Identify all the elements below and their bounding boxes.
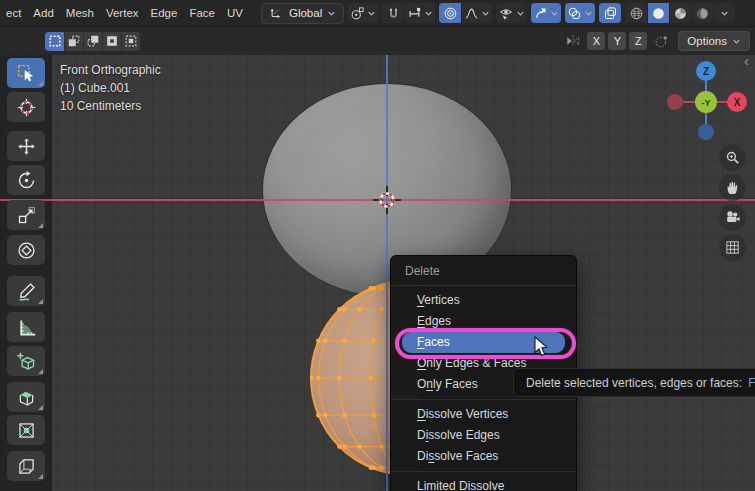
proportional-projected-icon[interactable]: [654, 34, 669, 49]
subtool-indicator: [38, 299, 43, 304]
viewport-header: ectAddMeshVertexEdgeFaceUV Global: [0, 0, 755, 27]
tool-transform[interactable]: [7, 235, 45, 265]
gizmos-group: [531, 3, 561, 23]
menu-item-vertices[interactable]: Vertices: [391, 290, 576, 311]
chevron-down-icon: [327, 4, 336, 22]
tool-settings-bar: X Y Z Options: [0, 27, 755, 55]
options-label: Options: [687, 35, 727, 47]
menu-uv[interactable]: UV: [221, 0, 249, 26]
view-name: Front Orthographic: [60, 61, 161, 79]
tool-select-box[interactable]: [7, 58, 45, 88]
header-menus: ectAddMeshVertexEdgeFaceUV: [0, 0, 249, 26]
divider: [391, 471, 576, 472]
xray-group: [599, 3, 621, 23]
select-mode-invert[interactable]: [102, 32, 121, 51]
select-mode-group: [45, 32, 140, 51]
gizmo-minus-z[interactable]: [698, 124, 714, 140]
menu-ect[interactable]: ect: [0, 0, 27, 26]
subtool-indicator: [38, 405, 43, 410]
toggle-xray-icon[interactable]: [599, 3, 621, 23]
delete-menu-title: Delete: [391, 256, 576, 285]
falloff-icon[interactable]: [461, 3, 492, 23]
subtool-indicator: [38, 81, 43, 86]
subtool-indicator: [38, 223, 43, 228]
transform-orientation-dropdown[interactable]: Global: [261, 3, 344, 24]
mirror-icon[interactable]: [565, 33, 581, 49]
pivot-point-group: [348, 3, 378, 23]
gizmo-y-label: -Y: [702, 98, 711, 108]
menu-edge[interactable]: Edge: [145, 0, 184, 26]
visibility-group: [496, 3, 527, 23]
3d-cursor-icon: [372, 185, 402, 215]
viewport-overlay-text: Front Orthographic (1) Cube.001 10 Centi…: [60, 61, 161, 115]
menu-item-limited-dissolve[interactable]: Limited Dissolve: [391, 476, 576, 491]
menu-face[interactable]: Face: [183, 0, 221, 26]
proportional-group: [439, 3, 492, 23]
tool-extrude-region[interactable]: [7, 382, 45, 412]
mouse-cursor-icon: [534, 336, 550, 358]
pivot-point-icon[interactable]: [348, 3, 378, 23]
active-object: (1) Cube.001: [60, 79, 161, 97]
gizmo-z-label: Z: [703, 66, 709, 77]
divider: [391, 399, 576, 400]
grid-ortho-button[interactable]: [719, 234, 746, 261]
menu-item-dissolve-vertices[interactable]: Dissolve Vertices: [391, 404, 576, 425]
tooltip: Delete selected vertices, edges or faces…: [513, 368, 755, 397]
camera-view-button[interactable]: [719, 204, 746, 231]
select-mode-extend[interactable]: [64, 32, 83, 51]
toolbar: [7, 58, 45, 481]
options-dropdown[interactable]: Options: [678, 31, 750, 51]
mirror-z-button[interactable]: Z: [629, 32, 647, 50]
shading-wireframe-icon[interactable]: [625, 3, 647, 23]
snap-settings-icon[interactable]: [404, 3, 435, 23]
proportional-editing-icon[interactable]: [439, 3, 461, 23]
tooltip-value: Face: [748, 376, 755, 390]
show-gizmo-icon[interactable]: [531, 3, 561, 23]
chevron-down-icon: [732, 32, 741, 50]
shading-material-icon[interactable]: [669, 3, 691, 23]
tool-measure[interactable]: [7, 312, 45, 342]
menu-item-dissolve-faces[interactable]: Dissolve Faces: [391, 446, 576, 467]
tool-bevel[interactable]: [7, 451, 45, 481]
tooltip-text: Delete selected vertices, edges or faces…: [526, 376, 742, 390]
shading-dropdown-icon[interactable]: [713, 3, 735, 23]
menu-mesh[interactable]: Mesh: [60, 0, 100, 26]
tool-scale[interactable]: [7, 200, 45, 230]
visibility-icon[interactable]: [496, 3, 527, 23]
divider: [391, 285, 576, 286]
mirror-x-button[interactable]: X: [587, 32, 605, 50]
pan-button[interactable]: [719, 174, 746, 201]
select-mode-intersect[interactable]: [121, 32, 140, 51]
select-mode-new[interactable]: [45, 32, 64, 51]
navigation-gizmo[interactable]: Z X -Y: [664, 58, 748, 146]
shading-group: [625, 3, 735, 23]
menu-item-dissolve-edges[interactable]: Dissolve Edges: [391, 425, 576, 446]
tool-annotate[interactable]: [7, 276, 45, 306]
orientation-axes-icon: [269, 4, 284, 23]
select-mode-subtract[interactable]: [83, 32, 102, 51]
z-axis-line: [386, 55, 388, 491]
overlays-group: [565, 3, 595, 23]
blender-window: Front Orthographic (1) Cube.001 10 Centi…: [0, 0, 755, 491]
tool-move[interactable]: [7, 131, 45, 161]
orientation-label: Global: [289, 7, 322, 19]
menu-vertex[interactable]: Vertex: [100, 0, 145, 26]
tool-cursor[interactable]: [7, 92, 45, 122]
tool-inset-faces[interactable]: [7, 415, 45, 445]
show-overlays-icon[interactable]: [565, 3, 595, 23]
mirror-y-button[interactable]: Y: [608, 32, 626, 50]
tool-rotate[interactable]: [7, 165, 45, 195]
snap-magnet-icon[interactable]: [382, 3, 404, 23]
gizmo-x-label: X: [734, 97, 741, 108]
subtool-indicator: [38, 474, 43, 479]
tool-add-cube[interactable]: [7, 346, 45, 376]
scene-scale: 10 Centimeters: [60, 97, 161, 115]
gizmo-minus-x[interactable]: [667, 94, 683, 110]
subtool-indicator: [38, 369, 43, 374]
zoom-button[interactable]: [719, 144, 746, 171]
menu-add[interactable]: Add: [27, 0, 59, 26]
shading-solid-icon[interactable]: [647, 3, 669, 23]
shading-rendered-icon[interactable]: [691, 3, 713, 23]
snapping-group: [382, 3, 435, 23]
